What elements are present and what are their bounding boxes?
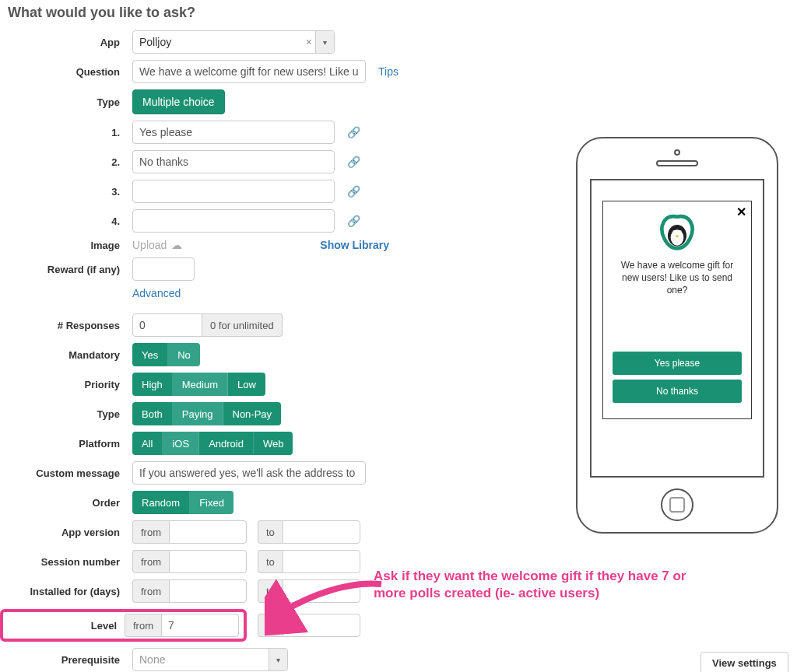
- paytype-group: Both Paying Non-Pay: [132, 402, 281, 425]
- mandatory-yes[interactable]: Yes: [132, 343, 168, 366]
- choice-3-input[interactable]: [132, 180, 335, 203]
- paytype-paying[interactable]: Paying: [173, 402, 223, 425]
- order-random[interactable]: Random: [132, 491, 190, 514]
- reward-input[interactable]: [132, 257, 195, 281]
- installed-from-input[interactable]: [169, 579, 247, 603]
- order-group: Random Fixed: [132, 491, 233, 514]
- prereq-value: None: [139, 653, 165, 666]
- platform-all[interactable]: All: [132, 432, 163, 455]
- priority-label: Priority: [8, 379, 132, 390]
- level-highlight: Level from: [0, 609, 247, 642]
- appver-label: App version: [8, 527, 132, 538]
- session-label: Session number: [8, 556, 132, 568]
- mandatory-label: Mandatory: [8, 349, 132, 361]
- range-to-label: to: [258, 614, 283, 637]
- platform-ios[interactable]: iOS: [163, 432, 199, 455]
- app-label: App: [8, 37, 132, 48]
- annotation-text: Ask if they want the welcome gift if the…: [374, 568, 700, 602]
- custom-msg-input[interactable]: [132, 461, 366, 485]
- responses-input[interactable]: [132, 313, 202, 337]
- level-label: Level: [8, 620, 125, 632]
- appver-to-input[interactable]: [283, 520, 360, 544]
- phone-home-icon: [661, 488, 693, 521]
- session-from-input[interactable]: [169, 550, 247, 573]
- question-input[interactable]: [132, 60, 366, 83]
- choice-3-num: 3.: [8, 186, 132, 198]
- platform-label: Platform: [8, 438, 132, 450]
- polljoy-logo-icon: [655, 214, 699, 253]
- priority-high[interactable]: High: [132, 373, 173, 396]
- tips-link[interactable]: Tips: [378, 65, 398, 78]
- advanced-link[interactable]: Advanced: [132, 287, 181, 299]
- responses-label: # Responses: [8, 320, 132, 331]
- app-select[interactable]: Polljoy × ▾: [132, 30, 335, 54]
- paytype-both[interactable]: Both: [132, 402, 173, 425]
- svg-point-2: [672, 230, 676, 233]
- range-to-label: to: [258, 579, 283, 603]
- upload-icon: ☁︎: [171, 239, 182, 251]
- image-label: Image: [8, 240, 132, 251]
- phone-screen: ✕ We have a welcome gift for new users! …: [590, 179, 764, 478]
- priority-low[interactable]: Low: [228, 373, 265, 396]
- prereq-label: Prerequisite: [8, 654, 132, 666]
- choice-1-input[interactable]: [132, 121, 335, 144]
- upload-button[interactable]: Upload ☁︎: [132, 239, 182, 251]
- custom-msg-label: Custom message: [8, 467, 132, 479]
- show-library-link[interactable]: Show Library: [320, 239, 389, 251]
- phone-camera-icon: [674, 149, 680, 156]
- qtype-label: Type: [8, 96, 132, 108]
- paytype-nonpay[interactable]: Non-Pay: [223, 402, 282, 425]
- phone-preview: ✕ We have a welcome gift for new users! …: [576, 137, 778, 534]
- clear-icon[interactable]: ×: [306, 37, 312, 47]
- appver-from-input[interactable]: [169, 520, 247, 544]
- chevron-down-icon[interactable]: ▾: [315, 31, 334, 53]
- range-from-label: from: [132, 520, 169, 544]
- platform-android[interactable]: Android: [199, 432, 254, 455]
- level-to-input[interactable]: [283, 614, 360, 637]
- poll-option-1[interactable]: Yes please: [613, 352, 742, 375]
- choice-4-num: 4.: [8, 215, 132, 227]
- chevron-down-icon[interactable]: ▾: [269, 649, 287, 670]
- phone-speaker-icon: [656, 160, 698, 166]
- installed-to-input[interactable]: [283, 579, 360, 603]
- mandatory-no[interactable]: No: [168, 343, 200, 366]
- platform-web[interactable]: Web: [254, 432, 293, 455]
- range-to-label: to: [258, 550, 283, 573]
- svg-point-3: [679, 230, 682, 233]
- range-from-label: from: [132, 550, 169, 573]
- range-from-label: from: [125, 614, 161, 637]
- priority-group: High Medium Low: [132, 373, 265, 396]
- question-label: Question: [8, 66, 132, 78]
- choice-4-input[interactable]: [132, 209, 335, 233]
- link-icon[interactable]: 🔗: [347, 215, 360, 227]
- close-icon[interactable]: ✕: [736, 205, 746, 219]
- link-icon[interactable]: 🔗: [347, 126, 360, 138]
- session-to-input[interactable]: [283, 550, 360, 573]
- mandatory-group: Yes No: [132, 343, 200, 366]
- poll-preview-message: We have a welcome gift for new users! Li…: [611, 259, 743, 297]
- view-settings-button[interactable]: View settings: [700, 652, 788, 672]
- priority-medium[interactable]: Medium: [173, 373, 228, 396]
- choice-2-input[interactable]: [132, 150, 335, 173]
- choice-1-num: 1.: [8, 127, 132, 138]
- range-from-label: from: [132, 579, 169, 603]
- prereq-select[interactable]: None ▾: [132, 648, 288, 671]
- level-from-input[interactable]: [161, 614, 239, 637]
- poll-option-2[interactable]: No thanks: [613, 380, 742, 403]
- installed-label: Installed for (days): [8, 586, 132, 597]
- qtype-button[interactable]: Multiple choice: [132, 89, 225, 114]
- platform-group: All iOS Android Web: [132, 432, 293, 455]
- choice-2-num: 2.: [8, 156, 132, 168]
- order-fixed[interactable]: Fixed: [190, 491, 233, 514]
- link-icon[interactable]: 🔗: [347, 185, 360, 198]
- poll-preview-card: ✕ We have a welcome gift for new users! …: [602, 201, 752, 419]
- reward-label: Reward (if any): [8, 264, 132, 275]
- app-select-value: Polljoy: [139, 36, 171, 48]
- range-to-label: to: [258, 520, 283, 544]
- responses-hint: 0 for unlimited: [202, 313, 283, 337]
- order-label: Order: [8, 497, 132, 509]
- link-icon[interactable]: 🔗: [347, 156, 360, 168]
- page-title: What would you like to ask?: [8, 5, 797, 21]
- paytype-label: Type: [8, 408, 132, 420]
